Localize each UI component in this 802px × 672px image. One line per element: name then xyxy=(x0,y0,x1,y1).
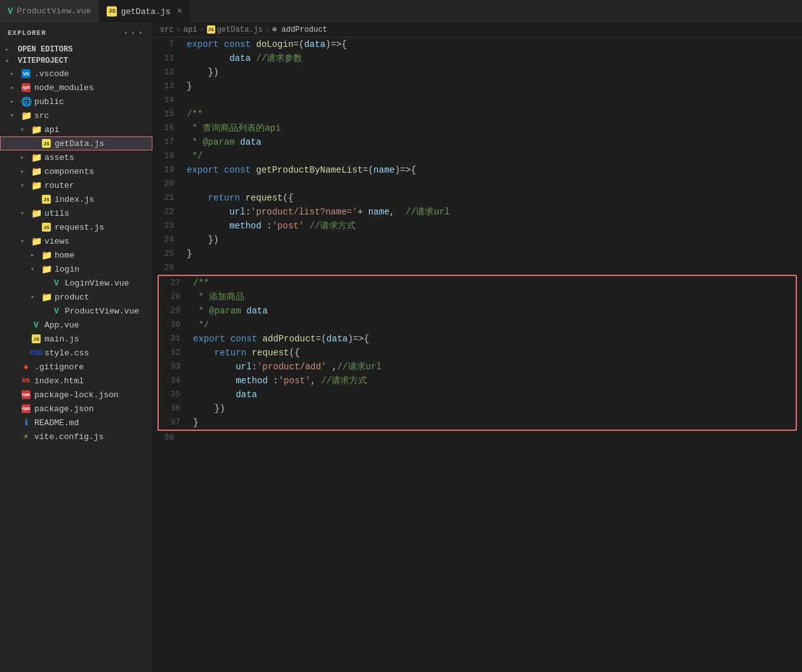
vscode-icon: VS xyxy=(20,69,32,79)
breadcrumb-symbol: ⊕ addProduct xyxy=(272,25,327,34)
line-number-12: 12 xyxy=(152,65,184,79)
main-layout: EXPLORER ··· OPEN EDITORS VITEPROJECT VS… xyxy=(0,22,802,672)
arrow-node_modules xyxy=(10,84,20,91)
tree-item-request_js[interactable]: JSrequest.js xyxy=(0,220,152,234)
sidebar-menu-button[interactable]: ··· xyxy=(123,27,145,39)
arrow-src xyxy=(10,112,20,119)
open-editors-arrow xyxy=(5,46,15,53)
line-content-23: method :'post' //请求方式 xyxy=(184,219,802,233)
bolt-icon: ⚡ xyxy=(20,432,32,442)
tree-item-api[interactable]: 📁api xyxy=(0,122,152,136)
file-label-vite_config: vite.config.js xyxy=(34,432,104,442)
file-label-app_vue: App.vue xyxy=(44,320,79,330)
tree-item-main_js[interactable]: JSmain.js xyxy=(0,332,152,346)
file-label-src: src xyxy=(34,111,49,121)
line-number-30: 30 xyxy=(159,318,190,332)
tree-item-public[interactable]: 🌐public xyxy=(0,95,152,109)
line-content-11: data //请求参数 xyxy=(184,51,802,65)
line-number-36: 36 xyxy=(159,402,190,416)
code-line-25: 25} xyxy=(152,247,802,261)
line-content-27: /** xyxy=(190,276,796,290)
line-content-19: export const getProductByNameList=(name)… xyxy=(184,163,802,177)
line-number-33: 33 xyxy=(159,360,190,374)
file-label-utils: utils xyxy=(44,209,69,218)
arrow-login xyxy=(30,265,41,273)
code-line-31: 31export const addProduct=(data)=>{ xyxy=(159,332,796,346)
code-line-32: 32 return request({ xyxy=(159,346,796,360)
tab-getdata[interactable]: JS getData.js × xyxy=(99,0,190,22)
npm-icon: npm xyxy=(20,82,32,93)
line-number-31: 31 xyxy=(159,332,190,346)
code-line-17: 17 * @param data xyxy=(152,135,802,149)
file-label-login: login xyxy=(55,265,79,274)
tab-productview[interactable]: V ProductView.vue xyxy=(0,0,99,22)
tab-close-button[interactable]: × xyxy=(177,6,182,16)
code-line-16: 16 * 查询商品列表的api xyxy=(152,121,802,135)
src-folder-icon: 📁 xyxy=(20,110,32,121)
arrow-utils xyxy=(20,209,30,217)
code-editor[interactable]: 7export const doLogin=(data)=>{11 data /… xyxy=(152,37,802,672)
code-line-23: 23 method :'post' //请求方式 xyxy=(152,219,802,233)
file-label-readme: README.md xyxy=(34,418,79,428)
file-label-gitignore: .gitignore xyxy=(34,362,84,372)
arrow-router xyxy=(20,181,30,189)
tree-item-router[interactable]: 📁router xyxy=(0,178,152,192)
code-line-28: 28 * 添加商品 xyxy=(159,290,796,304)
line-content-22: url:'product/list?name='+ name, //请求url xyxy=(184,205,802,219)
tree-item-gitignore[interactable]: ◆.gitignore xyxy=(0,360,152,374)
code-line-7: 7export const doLogin=(data)=>{ xyxy=(152,37,802,51)
tree-item-getdata_js[interactable]: JSgetData.js xyxy=(0,136,152,150)
tree-item-assets[interactable]: 📁assets xyxy=(0,150,152,164)
line-content-34: method :'post', //请求方式 xyxy=(190,374,796,388)
code-line-19: 19export const getProductByNameList=(nam… xyxy=(152,163,802,177)
tree-item-product[interactable]: 📁product xyxy=(0,290,152,304)
line-number-13: 13 xyxy=(152,79,184,93)
file-label-node_modules: node_modules xyxy=(34,83,94,93)
tree-item-productview[interactable]: VProductView.vue xyxy=(0,304,152,318)
tab-label-getdata: getData.js xyxy=(121,7,170,16)
code-line-18: 18 */ xyxy=(152,149,802,163)
viteproject-section[interactable]: VITEPROJECT xyxy=(0,55,152,67)
info-icon: ℹ xyxy=(20,418,32,428)
line-number-38: 38 xyxy=(152,431,184,445)
tree-item-index_js[interactable]: JSindex.js xyxy=(0,192,152,206)
line-number-16: 16 xyxy=(152,121,184,135)
line-content-35: data xyxy=(190,388,796,402)
line-number-23: 23 xyxy=(152,219,184,233)
line-content-33: url:'product/add' ,//请求url xyxy=(190,360,796,374)
tree-item-index_html[interactable]: H5index.html xyxy=(0,374,152,388)
tree-item-components[interactable]: 📁components xyxy=(0,164,152,178)
tree-item-views[interactable]: 📁views xyxy=(0,234,152,248)
arrow-assets xyxy=(20,154,30,161)
tree-item-home[interactable]: 📁home xyxy=(0,248,152,262)
line-number-21: 21 xyxy=(152,191,184,205)
tree-item-app_vue[interactable]: VApp.vue xyxy=(0,318,152,332)
tree-item-vite_config[interactable]: ⚡vite.config.js xyxy=(0,430,152,444)
tree-item-login[interactable]: 📁login xyxy=(0,262,152,276)
line-content-12: }) xyxy=(184,65,802,79)
line-content-16: * 查询商品列表的api xyxy=(184,121,802,135)
js-icon: JS xyxy=(107,6,117,16)
tree-item-package_json[interactable]: npmpackage.json xyxy=(0,402,152,416)
router-folder-icon: 📁 xyxy=(30,180,42,190)
arrow-public xyxy=(10,98,20,105)
breadcrumb-src: src xyxy=(160,25,174,34)
folder-icon-utils: 📁 xyxy=(30,208,42,218)
tree-item-package_lock[interactable]: npmpackage-lock.json xyxy=(0,388,152,402)
line-number-29: 29 xyxy=(159,304,190,318)
tree-item-loginview[interactable]: VLoginView.vue xyxy=(0,276,152,290)
tree-item-utils[interactable]: 📁utils xyxy=(0,206,152,220)
tree-item-src[interactable]: 📁src xyxy=(0,109,152,122)
open-editors-section[interactable]: OPEN EDITORS xyxy=(0,44,152,55)
tree-item-style_css[interactable]: CSSstyle.css xyxy=(0,346,152,360)
tree-item-readme[interactable]: ℹREADME.md xyxy=(0,416,152,430)
file-label-index_html: index.html xyxy=(34,376,84,386)
folder-icon-components: 📁 xyxy=(30,166,42,176)
code-line-12: 12 }) xyxy=(152,65,802,79)
line-content-7: export const doLogin=(data)=>{ xyxy=(184,37,802,51)
folder-icon-product: 📁 xyxy=(41,292,52,302)
tree-item-vscode[interactable]: VS.vscode xyxy=(0,67,152,81)
arrow-vscode xyxy=(10,70,20,77)
tree-item-node_modules[interactable]: npmnode_modules xyxy=(0,81,152,95)
file-label-public: public xyxy=(34,97,64,107)
